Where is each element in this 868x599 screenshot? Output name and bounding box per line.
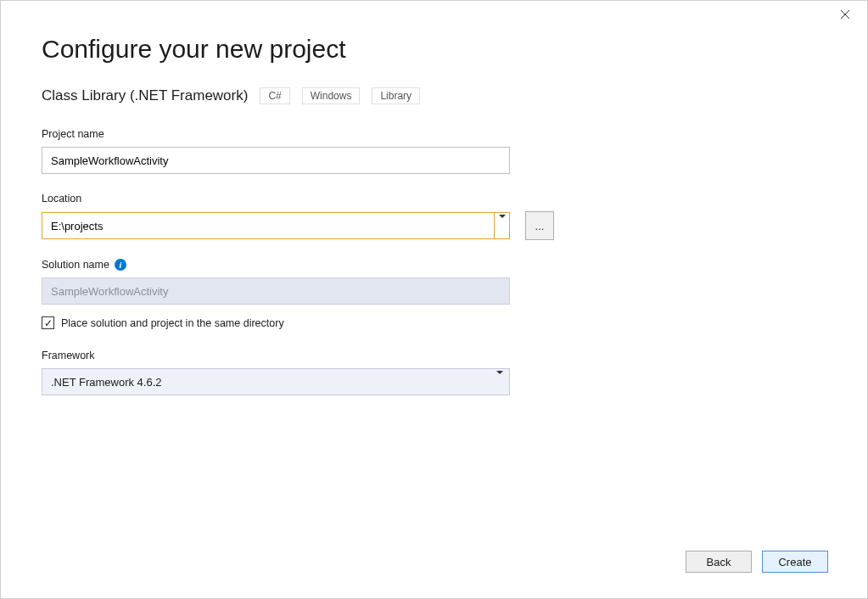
close-button[interactable] bbox=[833, 6, 857, 23]
framework-dropdown-button[interactable] bbox=[490, 369, 509, 395]
template-row: Class Library (.NET Framework) C# Window… bbox=[42, 87, 826, 104]
solution-name-input bbox=[42, 277, 510, 305]
solution-name-group: Solution name i bbox=[42, 259, 826, 305]
tag-csharp: C# bbox=[260, 87, 289, 104]
browse-button[interactable]: ... bbox=[525, 211, 554, 240]
location-row: ... bbox=[42, 211, 826, 240]
solution-name-label-row: Solution name i bbox=[42, 259, 826, 271]
framework-select-box[interactable]: .NET Framework 4.6.2 bbox=[42, 368, 510, 395]
dialog-window: Configure your new project Class Library… bbox=[0, 0, 868, 599]
same-directory-row[interactable]: ✓ Place solution and project in the same… bbox=[42, 316, 826, 329]
project-name-input[interactable] bbox=[42, 147, 510, 174]
project-name-label: Project name bbox=[42, 128, 826, 140]
location-group: Location ... bbox=[42, 193, 826, 240]
check-icon: ✓ bbox=[44, 318, 53, 328]
project-name-group: Project name bbox=[42, 128, 826, 174]
same-directory-label: Place solution and project in the same d… bbox=[61, 317, 284, 329]
footer-buttons: Back Create bbox=[686, 551, 828, 573]
create-button[interactable]: Create bbox=[762, 551, 828, 573]
framework-group: Framework .NET Framework 4.6.2 bbox=[42, 350, 826, 395]
location-label: Location bbox=[42, 193, 826, 204]
location-input[interactable] bbox=[42, 212, 510, 239]
back-button[interactable]: Back bbox=[686, 551, 752, 573]
location-combo bbox=[42, 212, 510, 239]
framework-select[interactable]: .NET Framework 4.6.2 bbox=[42, 368, 510, 395]
framework-label: Framework bbox=[42, 350, 826, 361]
dialog-content: Configure your new project Class Library… bbox=[1, 1, 867, 395]
same-directory-checkbox[interactable]: ✓ bbox=[42, 316, 54, 329]
info-icon[interactable]: i bbox=[115, 259, 126, 271]
chevron-down-icon bbox=[499, 218, 506, 233]
close-icon bbox=[841, 8, 849, 21]
template-name: Class Library (.NET Framework) bbox=[42, 87, 248, 104]
solution-name-label: Solution name bbox=[42, 259, 109, 271]
page-title: Configure your new project bbox=[42, 35, 826, 64]
framework-value: .NET Framework 4.6.2 bbox=[51, 376, 162, 389]
tag-library: Library bbox=[372, 87, 420, 104]
chevron-down-icon bbox=[496, 374, 503, 389]
tag-windows: Windows bbox=[302, 87, 361, 104]
location-dropdown-button[interactable] bbox=[494, 213, 509, 238]
